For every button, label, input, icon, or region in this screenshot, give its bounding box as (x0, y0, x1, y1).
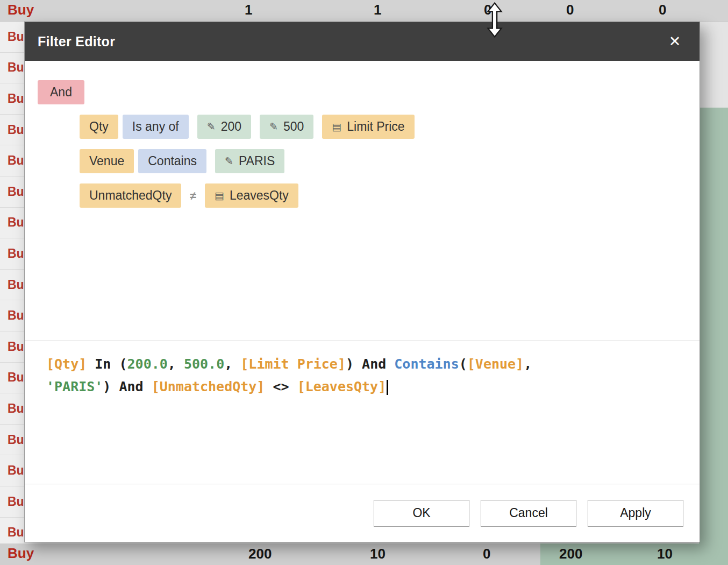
grid-row: Buy (0, 208, 24, 239)
grid-cell-value: 0 (484, 2, 491, 18)
grid-cell-side: Buy (8, 495, 24, 509)
edit-pencil-icon: ✎ (269, 122, 278, 132)
expression-token: [LeavesQty] (297, 379, 387, 394)
grid-row: Buy (0, 331, 24, 363)
grid-cell-side: Buy (8, 463, 24, 478)
dialog-footer: OK Cancel Apply (25, 484, 700, 542)
grid-row: Buy (0, 83, 24, 115)
grid-row: Buy (0, 393, 24, 425)
grid-cell-side: Buy (8, 246, 24, 261)
group-operator-chip[interactable]: And (38, 80, 84, 104)
grid-cell-side: Buy (8, 2, 34, 18)
grid-row: Buy (0, 53, 24, 84)
not-equal-operator[interactable]: ≠ (190, 189, 196, 202)
grid-cell-side: Buy (8, 215, 24, 230)
expression-editor[interactable]: [Qty] In (200.0, 500.0, [Limit Price]) A… (25, 341, 700, 484)
field-list-icon: ▤ (215, 190, 224, 201)
right-green-column (699, 108, 728, 565)
grid-row: Buy (0, 115, 24, 146)
value-text: Limit Price (347, 119, 404, 134)
grid-cell-side: Buy (8, 153, 24, 168)
edit-pencil-icon: ✎ (225, 156, 233, 166)
grid-row: Buy (0, 455, 24, 486)
apply-button[interactable]: Apply (588, 500, 683, 527)
grid-cell-side: Buy (8, 308, 24, 323)
grid-row: Buy (0, 176, 24, 208)
value-chip[interactable]: ✎ PARIS (215, 149, 284, 173)
grid-cell-side: Buy (8, 545, 34, 562)
expression-token: [Qty] (46, 356, 87, 372)
grid-cell-side: Buy (8, 433, 24, 447)
dialog-titlebar[interactable]: Filter Editor ✕ (25, 22, 700, 61)
ok-button[interactable]: OK (374, 500, 469, 527)
filter-editor-dialog: Filter Editor ✕ And Qty Is any of ✎ 200 … (24, 22, 700, 542)
close-button[interactable]: ✕ (663, 30, 687, 53)
screen: Buy 11000 BuyBuyBuyBuyBuyBuyBuyBuyBuyBuy… (0, 0, 728, 565)
right-column-top (699, 22, 728, 108)
filter-tree: And Qty Is any of ✎ 200 ✎ 500 ▤ Limit Pr… (25, 61, 700, 341)
close-icon: ✕ (669, 33, 681, 50)
expression-token: ( (119, 356, 127, 372)
expression-token: And (354, 356, 394, 372)
value-text: 200 (221, 119, 241, 134)
grid-row: Buy (0, 22, 24, 53)
grid-cell-side: Buy (8, 60, 24, 75)
value-text: PARIS (239, 154, 275, 168)
expression-token: , (524, 356, 532, 372)
cancel-button[interactable]: Cancel (481, 500, 576, 527)
field-list-icon: ▤ (332, 122, 341, 132)
grid-cell-side: Buy (8, 525, 24, 540)
operator-chip[interactable]: Is any of (123, 115, 189, 139)
top-grid-row: Buy 11000 (0, 0, 728, 22)
grid-row: Buy (0, 145, 24, 176)
value-chip[interactable]: ✎ 500 (260, 115, 313, 139)
expression-token: , (224, 356, 240, 372)
grid-cell-side: Buy (8, 185, 24, 199)
value-chip[interactable]: ✎ 200 (197, 115, 251, 139)
expression-token: 'PARIS' (46, 379, 103, 394)
expression-token: In (87, 356, 119, 372)
dialog-title: Filter Editor (38, 34, 115, 50)
bottom-grid-row: Buy 20010020010 (0, 543, 728, 565)
text-caret (387, 380, 388, 395)
expression-token: [UnmatchedQty] (152, 379, 265, 394)
expression-token: 500.0 (184, 356, 224, 372)
grid-cell-value: 1 (374, 2, 381, 18)
field-chip[interactable]: Qty (80, 115, 118, 139)
grid-cell-side: Buy (8, 370, 24, 385)
expression-token: And (111, 379, 151, 394)
grid-row: Buy (0, 270, 24, 301)
grid-cell-value: 10 (657, 546, 673, 562)
grid-row: Buy (0, 425, 24, 456)
expression-token: [Limit Price] (240, 356, 346, 372)
grid-row: Buy (0, 486, 24, 518)
left-column-strip: BuyBuyBuyBuyBuyBuyBuyBuyBuyBuyBuyBuyBuyB… (0, 22, 24, 565)
grid-cell-side: Buy (8, 123, 24, 137)
expression-token: ) (103, 379, 111, 394)
grid-cell-value: 10 (370, 546, 386, 562)
condition-row: Qty Is any of ✎ 200 ✎ 500 ▤ Limit Price (80, 115, 700, 139)
field-value-chip[interactable]: ▤ LeavesQty (205, 183, 298, 208)
expression-token: 200.0 (127, 356, 168, 372)
field-value-chip[interactable]: ▤ Limit Price (322, 115, 414, 139)
grid-cell-value: 0 (566, 2, 574, 18)
value-text: LeavesQty (230, 188, 289, 203)
condition-row: Venue Contains ✎ PARIS (80, 149, 700, 173)
operator-chip[interactable]: Contains (138, 149, 206, 173)
grid-row: Buy (0, 363, 24, 394)
grid-cell-side: Buy (8, 401, 24, 416)
expression-token: [Venue] (467, 356, 524, 372)
expression-token: , (168, 356, 184, 372)
grid-cell-side: Buy (8, 278, 24, 292)
expression-token: Contains (394, 356, 459, 372)
edit-pencil-icon: ✎ (207, 122, 216, 132)
grid-cell-side: Buy (8, 30, 24, 44)
grid-cell-side: Buy (8, 340, 24, 354)
grid-cell-value: 0 (659, 2, 666, 18)
condition-row: UnmatchedQty ≠ ▤ LeavesQty (80, 183, 700, 208)
grid-row: Buy (0, 238, 24, 270)
field-chip[interactable]: Venue (80, 149, 134, 173)
grid-cell-side: Buy (8, 91, 24, 106)
grid-cell-value: 200 (559, 546, 582, 562)
field-chip[interactable]: UnmatchedQty (80, 183, 181, 208)
